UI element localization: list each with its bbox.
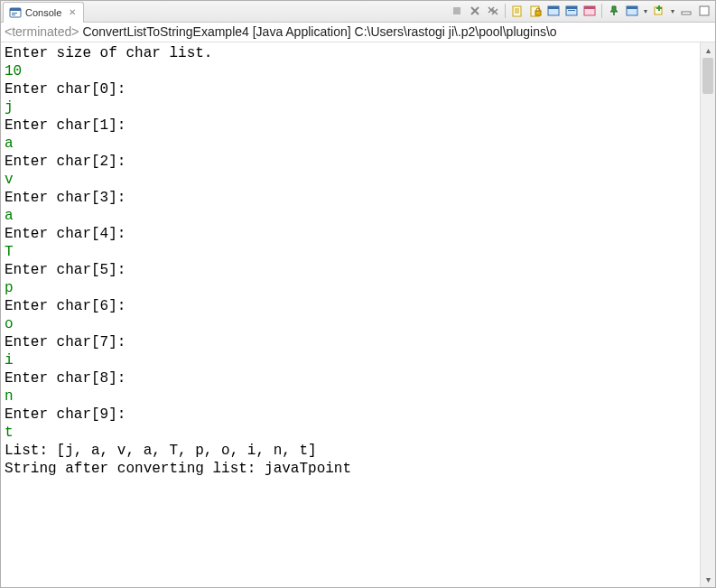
pin-console-button[interactable] bbox=[606, 3, 622, 19]
clear-console-button[interactable] bbox=[509, 3, 525, 19]
console-output-line: Enter char[7]: bbox=[5, 334, 126, 350]
svg-rect-2 bbox=[12, 13, 17, 14]
console-output-line: Enter size of char list. bbox=[5, 45, 212, 61]
svg-rect-30 bbox=[682, 12, 691, 14]
svg-rect-29 bbox=[656, 7, 662, 9]
tab-close-icon[interactable]: ✕ bbox=[69, 7, 76, 17]
console-area: Enter size of char list. 10 Enter char[0… bbox=[1, 42, 715, 587]
console-input-line: a bbox=[5, 135, 14, 152]
svg-rect-20 bbox=[566, 6, 577, 9]
console-input-line: i bbox=[5, 352, 14, 369]
console-output-line: Enter char[1]: bbox=[5, 117, 126, 134]
status-prefix: <terminated> bbox=[5, 24, 79, 39]
svg-rect-21 bbox=[568, 10, 575, 11]
console-input-line: 10 bbox=[5, 63, 22, 79]
console-input-line: j bbox=[5, 99, 14, 116]
scroll-down-button[interactable]: ▾ bbox=[701, 572, 715, 587]
scroll-up-button[interactable]: ▴ bbox=[701, 42, 715, 58]
console-input-line: T bbox=[5, 244, 14, 260]
svg-rect-3 bbox=[12, 14, 15, 15]
svg-rect-1 bbox=[10, 8, 21, 11]
show-when-write-err-button[interactable] bbox=[563, 3, 580, 19]
console-tab[interactable]: Console ✕ bbox=[3, 2, 84, 23]
svg-rect-31 bbox=[700, 6, 709, 15]
maximize-button[interactable] bbox=[696, 3, 712, 19]
vertical-scrollbar[interactable]: ▴ ▾ bbox=[700, 42, 715, 587]
open-console-dropdown[interactable]: ▾ bbox=[669, 7, 676, 15]
console-icon bbox=[9, 6, 22, 19]
console-output-line: Enter char[0]: bbox=[5, 81, 126, 98]
console-output[interactable]: Enter size of char list. 10 Enter char[0… bbox=[1, 42, 700, 587]
minimize-button[interactable] bbox=[678, 3, 694, 19]
toolbar-separator bbox=[601, 4, 602, 18]
svg-rect-16 bbox=[535, 11, 541, 15]
console-output-line: Enter char[6]: bbox=[5, 298, 126, 314]
console-input-line: p bbox=[5, 280, 14, 296]
open-console-button[interactable] bbox=[651, 3, 667, 19]
display-console-dropdown[interactable]: ▾ bbox=[642, 7, 649, 15]
tab-title: Console bbox=[25, 7, 61, 18]
toolbar: ▾ ▾ bbox=[449, 3, 712, 19]
terminate-button[interactable] bbox=[449, 3, 465, 19]
status-text: ConvertListToStringExample4 [Java Applic… bbox=[79, 24, 557, 39]
remove-all-button[interactable] bbox=[485, 3, 501, 19]
console-output-line: String after converting list: javaTpoint bbox=[5, 461, 351, 477]
console-input-line: a bbox=[5, 208, 14, 224]
svg-rect-18 bbox=[548, 6, 559, 9]
console-input-line: o bbox=[5, 316, 14, 332]
console-output-line: List: [j, a, v, a, T, p, o, i, n, t] bbox=[5, 443, 317, 459]
tab-bar: Console ✕ bbox=[1, 1, 715, 23]
show-when-write-out-button[interactable] bbox=[545, 3, 562, 19]
word-wrap-button[interactable] bbox=[581, 3, 598, 19]
console-output-line: Enter char[3]: bbox=[5, 190, 126, 206]
scroll-thumb[interactable] bbox=[702, 58, 713, 94]
console-output-line: Enter char[9]: bbox=[5, 406, 126, 423]
svg-rect-23 bbox=[584, 6, 595, 9]
console-output-line: Enter char[2]: bbox=[5, 154, 126, 170]
scroll-lock-button[interactable] bbox=[527, 3, 544, 19]
toolbar-separator bbox=[505, 4, 506, 18]
console-output-line: Enter char[5]: bbox=[5, 262, 126, 278]
view-container: Console ✕ bbox=[0, 0, 716, 588]
launch-status: <terminated> ConvertListToStringExample4… bbox=[1, 23, 715, 42]
display-selected-console-button[interactable] bbox=[624, 3, 640, 19]
svg-rect-4 bbox=[453, 7, 460, 14]
console-output-line: Enter char[4]: bbox=[5, 226, 126, 242]
remove-launch-button[interactable] bbox=[467, 3, 483, 19]
console-input-line: n bbox=[5, 388, 14, 405]
svg-rect-26 bbox=[627, 6, 637, 9]
console-input-line: t bbox=[5, 425, 14, 441]
console-output-line: Enter char[8]: bbox=[5, 370, 126, 387]
console-input-line: v bbox=[5, 172, 14, 188]
